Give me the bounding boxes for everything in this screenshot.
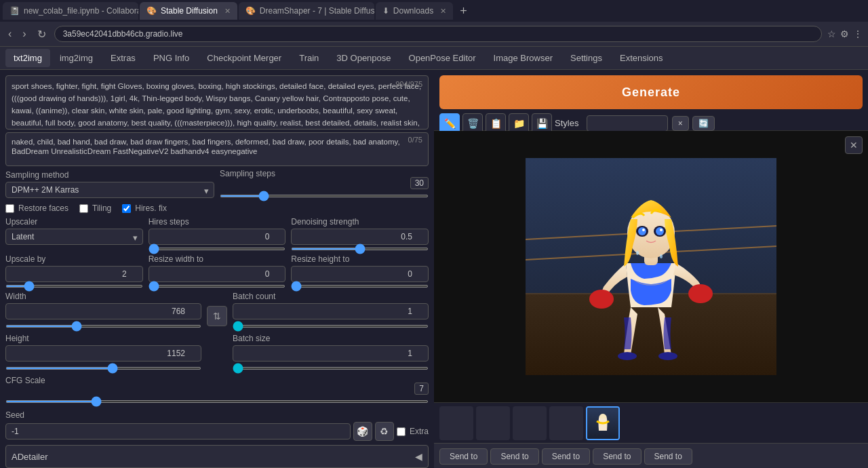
cfg-scale-slider[interactable]: [5, 400, 429, 403]
send-to-button-1[interactable]: Send to: [439, 448, 488, 465]
cfg-scale-value: 7: [414, 383, 429, 395]
batch-size-slider[interactable]: [233, 367, 429, 370]
bookmark-icon[interactable]: ☆: [827, 28, 836, 39]
extra-checkbox[interactable]: [397, 427, 406, 436]
thumbnail-empty-4[interactable]: [549, 406, 583, 440]
seed-recycle-button[interactable]: ♻: [375, 422, 394, 441]
denoising-slider[interactable]: [291, 248, 429, 250]
hires-steps-input[interactable]: [149, 229, 286, 245]
resize-width-slider[interactable]: [149, 285, 286, 288]
width-slider[interactable]: [5, 325, 201, 328]
nav-openpose-editor[interactable]: OpenPose Editor: [401, 49, 484, 67]
resize-width-group: Resize width to: [149, 254, 286, 288]
styles-save-button[interactable]: 🔄: [692, 116, 715, 131]
svg-point-14: [656, 227, 664, 235]
tab-colab[interactable]: 📓 new_colab_file.ipynb - Collaborat... ✕: [3, 2, 138, 20]
upscaler-group: Upscaler Latent ▾: [5, 217, 143, 250]
right-wrapper: Generate ✏️ 🗑️ 📋 📁 💾 Styles × 🔄 ✕: [434, 70, 868, 468]
width-input[interactable]: [5, 303, 201, 319]
resize-height-slider[interactable]: [291, 285, 429, 288]
tab-close[interactable]: ✕: [224, 7, 231, 16]
nav-train[interactable]: Train: [291, 49, 327, 67]
adetailer-title: ADetailer: [12, 452, 47, 462]
tab-downloads[interactable]: ⬇ Downloads ✕: [376, 2, 453, 20]
upscale-by-slider[interactable]: [5, 285, 143, 288]
tab-favicon: 🎨: [146, 6, 157, 16]
svg-point-18: [660, 254, 663, 258]
upscale-by-input[interactable]: [5, 266, 143, 282]
batch-count-input[interactable]: [233, 303, 429, 319]
svg-point-17: [636, 251, 639, 255]
restore-faces-checkbox[interactable]: [5, 204, 14, 213]
hires-steps-slider[interactable]: [149, 248, 286, 250]
styles-input[interactable]: [587, 115, 668, 132]
browser-chrome: 📓 new_colab_file.ipynb - Collaborat... ✕…: [0, 0, 868, 47]
tiling-checkbox[interactable]: [79, 204, 88, 213]
batch-count-slider[interactable]: [233, 325, 429, 328]
nav-settings[interactable]: Settings: [562, 49, 610, 67]
dice-icon: 🎲: [357, 426, 368, 437]
generate-button[interactable]: Generate: [439, 75, 863, 109]
batch-size-label: Batch size: [233, 334, 429, 343]
back-button[interactable]: ‹: [5, 25, 14, 43]
tab-dreamshaper[interactable]: 🎨 DreamShaper - 7 | Stable Diffusio... ✕: [239, 2, 374, 20]
seed-input-row: 🎲 ♻ Extra: [5, 422, 429, 441]
thumbnail-preview: [587, 408, 618, 439]
nav-checkpoint-merger[interactable]: Checkpoint Merger: [199, 49, 290, 67]
browser-icons: ☆ ⚙ ⋮: [827, 28, 863, 39]
seed-input[interactable]: [5, 423, 351, 440]
upscaler-label: Upscaler: [5, 217, 143, 227]
send-to-label-3: Send to: [552, 452, 580, 461]
nav-3d-openpose[interactable]: 3D Openpose: [328, 49, 399, 67]
hires-fix-checkbox[interactable]: [122, 204, 131, 213]
nav-extras[interactable]: Extras: [102, 49, 144, 67]
send-to-button-4[interactable]: Send to: [593, 448, 641, 465]
batch-size-input[interactable]: [233, 345, 429, 362]
negative-prompt[interactable]: naked, child, bad hand, bad draw, bad dr…: [5, 132, 429, 166]
send-to-button-3[interactable]: Send to: [542, 448, 590, 465]
send-to-button-2[interactable]: Send to: [490, 448, 538, 465]
left-panel: sport shoes, fighter, fight, fight Glove…: [0, 70, 434, 468]
sampling-method-select[interactable]: DPM++ 2M Karras: [5, 182, 214, 198]
cfg-scale-group: CFG Scale 7: [5, 376, 429, 405]
restore-faces-label: Restore faces: [18, 203, 68, 213]
forward-button[interactable]: ›: [20, 25, 28, 43]
seed-random-button[interactable]: 🎲: [353, 422, 372, 441]
restore-faces-checkbox-item: Restore faces: [5, 203, 68, 213]
reload-button[interactable]: ↻: [35, 25, 49, 43]
upscaler-select[interactable]: Latent: [5, 229, 143, 245]
height-slider[interactable]: [5, 367, 201, 370]
close-image-button[interactable]: ✕: [845, 136, 863, 154]
sampling-steps-slider[interactable]: [220, 195, 429, 197]
tab-close[interactable]: ✕: [440, 7, 446, 16]
thumbnail-empty-3[interactable]: [513, 406, 547, 440]
send-to-label-1: Send to: [450, 452, 477, 461]
height-group: Height: [5, 334, 201, 372]
resize-width-input[interactable]: [149, 266, 286, 282]
nav-extensions[interactable]: Extensions: [612, 49, 671, 67]
resize-height-input[interactable]: [291, 266, 429, 282]
svg-point-8: [688, 284, 713, 303]
extensions-icon[interactable]: ⚙: [840, 28, 849, 39]
new-tab-button[interactable]: +: [454, 4, 473, 18]
swap-dimensions-button[interactable]: ⇅: [207, 306, 227, 326]
thumbnail-selected[interactable]: [586, 406, 620, 440]
thumbnail-empty-1[interactable]: [439, 406, 473, 440]
height-input[interactable]: [5, 345, 201, 362]
nav-img2img[interactable]: img2img: [52, 49, 101, 67]
styles-apply-button[interactable]: ×: [672, 116, 689, 131]
tab-stable-diffusion[interactable]: 🎨 Stable Diffusion ✕: [140, 2, 237, 20]
adetailer-section[interactable]: ADetailer ◀: [5, 445, 429, 468]
nav-txt2img[interactable]: txt2img: [5, 49, 50, 67]
send-to-button-5[interactable]: Send to: [644, 448, 692, 465]
svg-point-7: [589, 290, 614, 309]
denoising-input[interactable]: [291, 229, 429, 245]
positive-prompt[interactable]: sport shoes, fighter, fight, fight Glove…: [5, 75, 429, 130]
svg-point-15: [642, 229, 645, 231]
nav-image-browser[interactable]: Image Browser: [486, 49, 561, 67]
menu-icon[interactable]: ⋮: [853, 28, 863, 39]
url-input[interactable]: [54, 26, 822, 42]
sampling-controls-row: Sampling method DPM++ 2M Karras ▾ Sampli…: [5, 169, 429, 199]
thumbnail-empty-2[interactable]: [476, 406, 510, 440]
nav-png-info[interactable]: PNG Info: [145, 49, 197, 67]
